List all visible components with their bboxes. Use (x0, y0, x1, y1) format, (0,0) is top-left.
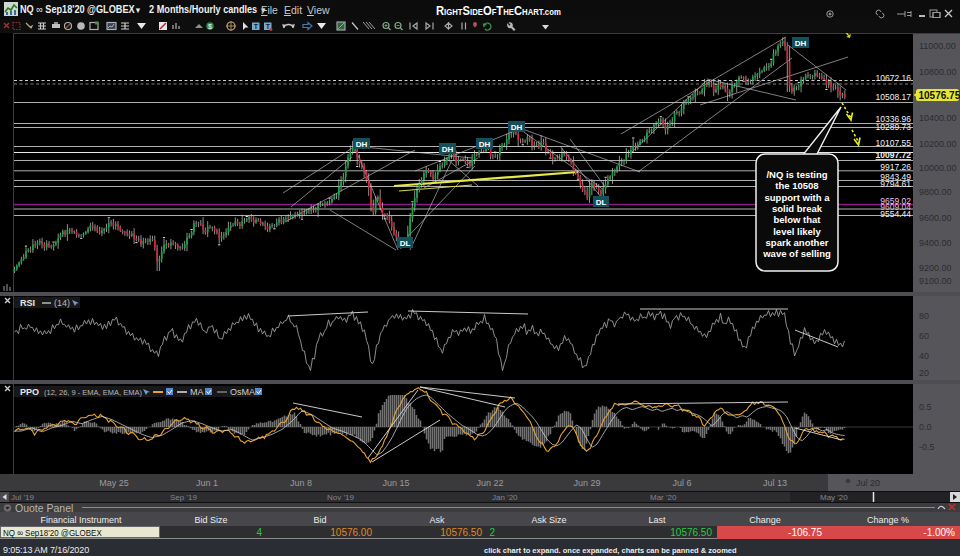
svg-text:10672.16: 10672.16 (876, 73, 912, 83)
svg-text:10107.55: 10107.55 (876, 138, 912, 148)
svg-text:10097.72: 10097.72 (876, 150, 912, 160)
svg-text:9800.00: 9800.00 (919, 187, 952, 197)
svg-text:40: 40 (919, 351, 929, 361)
svg-text:10000.00: 10000.00 (919, 163, 957, 173)
svg-text:11000.00: 11000.00 (919, 41, 956, 51)
svg-text:solid break: solid break (772, 203, 823, 214)
svg-text:9400.00: 9400.00 (919, 238, 952, 248)
svg-text:Jul 20: Jul 20 (856, 478, 880, 488)
svg-text:9554.44: 9554.44 (880, 209, 911, 219)
svg-text:OsMA: OsMA (230, 387, 255, 397)
svg-text:9917.26: 9917.26 (880, 162, 911, 172)
svg-text:DH: DH (442, 145, 454, 154)
svg-text:9200.00: 9200.00 (919, 263, 952, 273)
svg-text:10800.00: 10800.00 (919, 67, 957, 77)
svg-text:MA: MA (190, 387, 204, 397)
svg-text:9600.00: 9600.00 (919, 213, 952, 223)
svg-text:/NQ is testing: /NQ is testing (766, 169, 827, 180)
svg-text:RSI: RSI (20, 298, 35, 308)
svg-text:10576.75: 10576.75 (919, 90, 960, 101)
svg-text:wave of selling: wave of selling (762, 248, 831, 259)
svg-text:Jun 15: Jun 15 (382, 478, 409, 488)
svg-text:10400.00: 10400.00 (919, 113, 957, 123)
svg-text:20: 20 (919, 368, 929, 378)
svg-text:Jun 22: Jun 22 (476, 478, 503, 488)
svg-text:DH: DH (795, 39, 807, 48)
svg-text:60: 60 (919, 331, 929, 341)
svg-text:(12, 26, 9 - EMA, EMA, EMA): (12, 26, 9 - EMA, EMA, EMA) (44, 388, 142, 397)
svg-text:level likely: level likely (773, 226, 821, 237)
svg-text:DH: DH (356, 140, 368, 149)
svg-text:9100.00: 9100.00 (919, 276, 952, 286)
svg-text:(14): (14) (54, 298, 70, 308)
svg-text:support with a: support with a (765, 192, 831, 203)
svg-text:Jul 13: Jul 13 (763, 478, 787, 488)
svg-text:DL: DL (400, 239, 411, 248)
svg-text:0.0: 0.0 (919, 422, 932, 432)
svg-text:9794.61: 9794.61 (880, 179, 911, 189)
svg-text:Jan '20: Jan '20 (492, 493, 518, 502)
svg-text:Jun 29: Jun 29 (573, 478, 600, 488)
svg-text:T: T (254, 23, 259, 30)
svg-text:Jun 1: Jun 1 (196, 478, 218, 488)
svg-text:$: $ (208, 23, 212, 30)
svg-text:below that: below that (774, 214, 822, 225)
svg-text:the 10508: the 10508 (775, 180, 818, 191)
svg-text:-0.5: -0.5 (919, 442, 935, 452)
svg-text:10508.17: 10508.17 (876, 92, 912, 102)
svg-text:PPO: PPO (20, 387, 39, 397)
svg-text:Mar '20: Mar '20 (650, 493, 677, 502)
svg-text:Nov '19: Nov '19 (327, 493, 354, 502)
svg-text:10289.73: 10289.73 (876, 122, 912, 132)
svg-text:80: 80 (919, 311, 929, 321)
svg-text:spark another: spark another (766, 237, 829, 248)
svg-text:0.5: 0.5 (919, 402, 932, 412)
svg-text:DL: DL (596, 198, 607, 207)
svg-text:May 25: May 25 (99, 478, 129, 488)
svg-text:May '20: May '20 (820, 493, 848, 502)
svg-text:Sep '19: Sep '19 (170, 493, 197, 502)
svg-text:Jul 6: Jul 6 (672, 478, 691, 488)
svg-text:DH: DH (479, 140, 491, 149)
svg-text:DH: DH (511, 123, 523, 132)
svg-text:Jun 8: Jun 8 (290, 478, 312, 488)
svg-text:10200.00: 10200.00 (919, 139, 957, 149)
